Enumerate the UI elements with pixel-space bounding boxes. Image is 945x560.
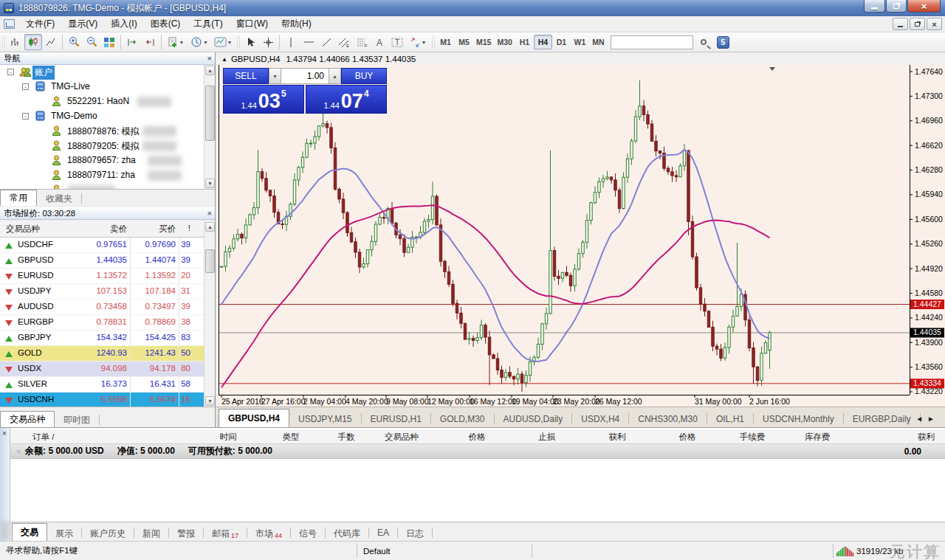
market-watch-close-icon[interactable]: × [207,208,212,218]
market-watch-header[interactable]: 市场报价: 03:30:28 × [0,207,215,220]
buy-price-button[interactable]: 1.44074 [306,85,387,114]
title-bar[interactable]: 1888079826: TMG-Demo - 模拟帐户 - [GBPUSD,H4… [0,0,945,16]
navigator-tab-0[interactable]: 常用 [0,190,37,206]
navigator-close-icon[interactable]: × [207,53,212,63]
timeframe-button-mn[interactable]: MN [589,35,608,49]
tree-item[interactable]: 1888078876: 模拟 [0,124,204,139]
tree-expander-icon[interactable]: - [22,83,29,90]
status-profile[interactable]: Default [363,547,390,556]
market-watch-row[interactable]: AUDUSD0.734580.7349739 [0,300,204,315]
zoom-in-icon[interactable] [65,34,83,50]
tree-item[interactable]: 1888079205: 模拟 [0,139,204,153]
tabs-scroll-right-icon[interactable]: ► [927,415,939,423]
toolbar-drag-handle[interactable] [1,35,5,49]
orders-column-11[interactable]: 获利 [918,432,935,443]
sell-price-button[interactable]: 1.44035 [223,85,304,114]
column-header[interactable]: ! [0,224,190,232]
zoom-out-icon[interactable] [83,34,100,50]
volume-input[interactable] [281,68,329,84]
sell-button[interactable]: SELL [223,68,269,84]
tree-expander-icon[interactable]: - [7,69,14,75]
menu-item[interactable]: 工具(T) [187,15,229,32]
chart-tab-oil-h1[interactable]: OIL,H1 [707,410,753,427]
restore-button[interactable] [886,0,907,13]
orders-column-8[interactable]: 价格 [679,432,696,443]
equidistant-channel-icon[interactable]: E [335,34,353,50]
timeframe-button-d1[interactable]: D1 [552,35,571,49]
market-watch-row[interactable]: GBPUSD1.440351.4407439 [0,253,204,269]
menu-item[interactable]: 图表(C) [144,15,188,32]
market-watch-row[interactable]: USDX94.09894.17880 [0,362,204,377]
tree-item[interactable] [0,183,204,189]
timeframe-button-m1[interactable]: M1 [436,35,455,49]
market-watch-row[interactable]: USDCHF0.976510.9769039 [0,238,204,253]
toolbar-drag-handle[interactable] [431,35,435,49]
market-watch-row[interactable]: SILVER16.37316.43158 [0,377,204,393]
chart-close-button[interactable]: × [927,18,942,30]
vertical-line-icon[interactable] [282,34,300,50]
chart-tab-usdcnh-monthly[interactable]: USDCNH,Monthly [754,410,843,427]
terminal-tab-5[interactable]: 邮箱17 [204,525,247,541]
timeframe-button-m5[interactable]: M5 [455,35,473,49]
orders-column-2[interactable]: 类型 [283,432,300,443]
price-chart[interactable]: 1.476401.473001.469601.466201.462801.459… [219,65,945,407]
tree-expander-icon[interactable]: - [22,113,29,120]
terminal-drag-strip[interactable]: × [0,428,10,542]
market-watch-row[interactable]: GOLD1240.931241.4350 [0,346,204,362]
orders-column-0[interactable]: 订单 / [32,432,54,443]
terminal-tab-7[interactable]: 信号 [291,525,325,541]
chart-minimize-button[interactable] [893,18,908,30]
orders-column-5[interactable]: 价格 [469,432,486,443]
navigator-tree[interactable]: -账户-TMG-Live5522291: HaoN-TMG-Demo188807… [0,65,204,189]
timeframe-button-h1[interactable]: H1 [515,35,534,49]
chart-tab-cnhs300-m30[interactable]: CNHS300,M30 [629,410,707,427]
timeframe-button-h4[interactable]: H4 [534,35,552,49]
tree-item[interactable]: -账户 [0,65,204,80]
buy-button[interactable]: BUY [341,68,387,84]
market-watch-table[interactable]: USDCHF0.976510.9769039GBPUSD1.440351.440… [0,238,204,407]
navigator-header[interactable]: 导航 × [0,52,215,65]
market-watch-columns[interactable]: 交易品种卖价买价! [0,221,204,238]
chart-tab-eurgbp-daily[interactable]: EURGBP,Daily [844,410,920,427]
search-icon[interactable] [701,39,707,45]
text-tool-icon[interactable]: A [371,34,388,50]
mql5-community-icon[interactable]: 5 [717,36,729,49]
tree-item[interactable]: 1888079711: zha [0,168,204,183]
orders-column-header[interactable]: 订单 /时间类型手数交易品种价格止损获利价格手续费库存费获利 [10,429,945,444]
tree-item[interactable]: -TMG-Demo [0,109,204,124]
chart-period-icon[interactable]: ▼ [188,34,211,50]
orders-column-6[interactable]: 止损 [539,432,556,443]
candlestick-chart-icon[interactable] [24,34,42,50]
new-order-icon[interactable]: ▼ [164,34,188,50]
terminal-tab-4[interactable]: 警报 [169,525,203,541]
orders-column-1[interactable]: 时间 [220,432,237,443]
timeframe-button-m15[interactable]: M15 [473,35,494,49]
chart-collapse-icon[interactable]: ▲ [221,56,227,63]
chart-tab-usdx-h4[interactable]: USDX,H4 [572,410,628,427]
tabs-scroll-left-icon[interactable]: ◄ [915,415,927,423]
timeframe-button-w1[interactable]: W1 [571,35,589,49]
chart-tab-usdjpy-m15[interactable]: USDJPY,M15 [289,410,360,427]
menu-item[interactable]: 插入(I) [104,15,143,32]
crosshair-icon[interactable] [259,34,277,50]
templates-icon[interactable]: ▼ [211,34,235,50]
market-watch-row[interactable]: EURGBP0.788310.7886938 [0,315,204,331]
menu-item[interactable]: 帮助(H) [275,15,318,32]
orders-column-4[interactable]: 交易品种 [385,432,419,443]
minimize-button[interactable] [864,0,885,13]
volume-decrease-button[interactable]: ▼ [269,68,281,84]
chart-tab-audusd-daily[interactable]: AUDUSD,Daily [495,410,572,427]
terminal-tab-8[interactable]: 代码库 [326,525,368,541]
text-label-icon[interactable]: T [388,34,406,50]
auto-scroll-icon[interactable] [123,34,141,50]
terminal-tab-0[interactable]: 交易 [12,523,47,541]
orders-column-7[interactable]: 获利 [609,432,626,443]
chart-header[interactable]: ▲ GBPUSD,H4 1.43794 1.44066 1.43537 1.44… [216,53,945,65]
market-watch-tab-1[interactable]: 即时图 [55,412,99,427]
toolbar-drag-handle[interactable] [236,35,240,49]
market-watch-scrollbar[interactable]: ▲ ▼ [204,221,215,407]
chart-tab-gold-m30[interactable]: GOLD,M30 [431,410,494,427]
line-chart-icon[interactable] [42,34,60,50]
horizontal-line-icon[interactable] [300,34,317,50]
orders-column-3[interactable]: 手数 [338,432,355,443]
